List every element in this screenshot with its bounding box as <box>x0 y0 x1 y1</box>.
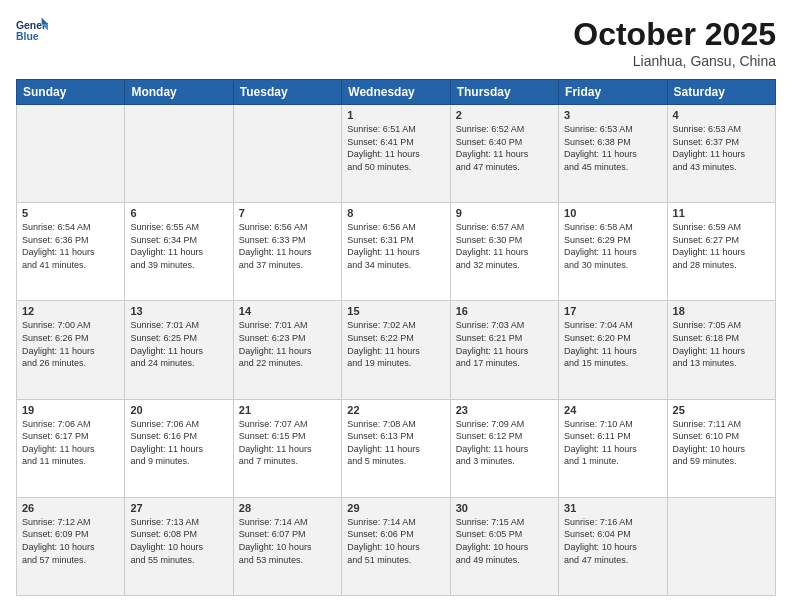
day-number: 20 <box>130 404 227 416</box>
table-cell: 22Sunrise: 7:08 AM Sunset: 6:13 PM Dayli… <box>342 399 450 497</box>
day-number: 12 <box>22 305 119 317</box>
day-number: 5 <box>22 207 119 219</box>
table-cell: 13Sunrise: 7:01 AM Sunset: 6:25 PM Dayli… <box>125 301 233 399</box>
calendar-row-1: 1Sunrise: 6:51 AM Sunset: 6:41 PM Daylig… <box>17 105 776 203</box>
day-number: 31 <box>564 502 661 514</box>
day-info: Sunrise: 6:56 AM Sunset: 6:31 PM Dayligh… <box>347 221 444 271</box>
day-number: 14 <box>239 305 336 317</box>
table-cell: 29Sunrise: 7:14 AM Sunset: 6:06 PM Dayli… <box>342 497 450 595</box>
location: Lianhua, Gansu, China <box>573 53 776 69</box>
header-sunday: Sunday <box>17 80 125 105</box>
day-number: 30 <box>456 502 553 514</box>
day-info: Sunrise: 6:59 AM Sunset: 6:27 PM Dayligh… <box>673 221 770 271</box>
calendar-row-3: 12Sunrise: 7:00 AM Sunset: 6:26 PM Dayli… <box>17 301 776 399</box>
day-info: Sunrise: 7:11 AM Sunset: 6:10 PM Dayligh… <box>673 418 770 468</box>
day-number: 1 <box>347 109 444 121</box>
table-cell <box>667 497 775 595</box>
day-number: 25 <box>673 404 770 416</box>
calendar-row-2: 5Sunrise: 6:54 AM Sunset: 6:36 PM Daylig… <box>17 203 776 301</box>
table-cell: 12Sunrise: 7:00 AM Sunset: 6:26 PM Dayli… <box>17 301 125 399</box>
svg-text:Blue: Blue <box>16 31 39 42</box>
day-info: Sunrise: 6:57 AM Sunset: 6:30 PM Dayligh… <box>456 221 553 271</box>
header-thursday: Thursday <box>450 80 558 105</box>
table-cell: 18Sunrise: 7:05 AM Sunset: 6:18 PM Dayli… <box>667 301 775 399</box>
header-wednesday: Wednesday <box>342 80 450 105</box>
day-info: Sunrise: 6:55 AM Sunset: 6:34 PM Dayligh… <box>130 221 227 271</box>
day-number: 28 <box>239 502 336 514</box>
header: General Blue October 2025 Lianhua, Gansu… <box>16 16 776 69</box>
calendar-table: Sunday Monday Tuesday Wednesday Thursday… <box>16 79 776 596</box>
day-number: 29 <box>347 502 444 514</box>
day-number: 6 <box>130 207 227 219</box>
day-info: Sunrise: 7:09 AM Sunset: 6:12 PM Dayligh… <box>456 418 553 468</box>
table-cell: 25Sunrise: 7:11 AM Sunset: 6:10 PM Dayli… <box>667 399 775 497</box>
day-number: 8 <box>347 207 444 219</box>
day-info: Sunrise: 7:14 AM Sunset: 6:07 PM Dayligh… <box>239 516 336 566</box>
table-cell: 28Sunrise: 7:14 AM Sunset: 6:07 PM Dayli… <box>233 497 341 595</box>
header-monday: Monday <box>125 80 233 105</box>
day-number: 24 <box>564 404 661 416</box>
day-info: Sunrise: 7:05 AM Sunset: 6:18 PM Dayligh… <box>673 319 770 369</box>
day-number: 7 <box>239 207 336 219</box>
day-number: 2 <box>456 109 553 121</box>
table-cell: 11Sunrise: 6:59 AM Sunset: 6:27 PM Dayli… <box>667 203 775 301</box>
day-info: Sunrise: 7:04 AM Sunset: 6:20 PM Dayligh… <box>564 319 661 369</box>
day-info: Sunrise: 7:01 AM Sunset: 6:25 PM Dayligh… <box>130 319 227 369</box>
day-number: 16 <box>456 305 553 317</box>
day-info: Sunrise: 6:56 AM Sunset: 6:33 PM Dayligh… <box>239 221 336 271</box>
day-number: 18 <box>673 305 770 317</box>
day-info: Sunrise: 7:02 AM Sunset: 6:22 PM Dayligh… <box>347 319 444 369</box>
logo: General Blue <box>16 16 48 44</box>
table-cell: 1Sunrise: 6:51 AM Sunset: 6:41 PM Daylig… <box>342 105 450 203</box>
day-number: 3 <box>564 109 661 121</box>
table-cell: 23Sunrise: 7:09 AM Sunset: 6:12 PM Dayli… <box>450 399 558 497</box>
day-info: Sunrise: 7:06 AM Sunset: 6:16 PM Dayligh… <box>130 418 227 468</box>
table-cell: 20Sunrise: 7:06 AM Sunset: 6:16 PM Dayli… <box>125 399 233 497</box>
day-info: Sunrise: 6:52 AM Sunset: 6:40 PM Dayligh… <box>456 123 553 173</box>
day-info: Sunrise: 7:03 AM Sunset: 6:21 PM Dayligh… <box>456 319 553 369</box>
day-number: 11 <box>673 207 770 219</box>
calendar-row-4: 19Sunrise: 7:06 AM Sunset: 6:17 PM Dayli… <box>17 399 776 497</box>
table-cell: 5Sunrise: 6:54 AM Sunset: 6:36 PM Daylig… <box>17 203 125 301</box>
day-number: 19 <box>22 404 119 416</box>
day-info: Sunrise: 7:16 AM Sunset: 6:04 PM Dayligh… <box>564 516 661 566</box>
table-cell: 14Sunrise: 7:01 AM Sunset: 6:23 PM Dayli… <box>233 301 341 399</box>
table-cell: 4Sunrise: 6:53 AM Sunset: 6:37 PM Daylig… <box>667 105 775 203</box>
table-cell: 17Sunrise: 7:04 AM Sunset: 6:20 PM Dayli… <box>559 301 667 399</box>
day-number: 15 <box>347 305 444 317</box>
day-info: Sunrise: 6:54 AM Sunset: 6:36 PM Dayligh… <box>22 221 119 271</box>
header-friday: Friday <box>559 80 667 105</box>
header-saturday: Saturday <box>667 80 775 105</box>
calendar-row-5: 26Sunrise: 7:12 AM Sunset: 6:09 PM Dayli… <box>17 497 776 595</box>
calendar-header-row: Sunday Monday Tuesday Wednesday Thursday… <box>17 80 776 105</box>
day-info: Sunrise: 7:06 AM Sunset: 6:17 PM Dayligh… <box>22 418 119 468</box>
table-cell: 26Sunrise: 7:12 AM Sunset: 6:09 PM Dayli… <box>17 497 125 595</box>
day-info: Sunrise: 7:01 AM Sunset: 6:23 PM Dayligh… <box>239 319 336 369</box>
table-cell: 31Sunrise: 7:16 AM Sunset: 6:04 PM Dayli… <box>559 497 667 595</box>
day-info: Sunrise: 7:00 AM Sunset: 6:26 PM Dayligh… <box>22 319 119 369</box>
day-info: Sunrise: 7:15 AM Sunset: 6:05 PM Dayligh… <box>456 516 553 566</box>
table-cell: 7Sunrise: 6:56 AM Sunset: 6:33 PM Daylig… <box>233 203 341 301</box>
table-cell: 30Sunrise: 7:15 AM Sunset: 6:05 PM Dayli… <box>450 497 558 595</box>
day-info: Sunrise: 7:07 AM Sunset: 6:15 PM Dayligh… <box>239 418 336 468</box>
day-info: Sunrise: 7:13 AM Sunset: 6:08 PM Dayligh… <box>130 516 227 566</box>
day-number: 21 <box>239 404 336 416</box>
day-info: Sunrise: 6:53 AM Sunset: 6:37 PM Dayligh… <box>673 123 770 173</box>
table-cell: 10Sunrise: 6:58 AM Sunset: 6:29 PM Dayli… <box>559 203 667 301</box>
day-info: Sunrise: 6:51 AM Sunset: 6:41 PM Dayligh… <box>347 123 444 173</box>
month-title: October 2025 <box>573 16 776 53</box>
table-cell: 16Sunrise: 7:03 AM Sunset: 6:21 PM Dayli… <box>450 301 558 399</box>
table-cell: 9Sunrise: 6:57 AM Sunset: 6:30 PM Daylig… <box>450 203 558 301</box>
day-number: 22 <box>347 404 444 416</box>
day-number: 13 <box>130 305 227 317</box>
table-cell: 15Sunrise: 7:02 AM Sunset: 6:22 PM Dayli… <box>342 301 450 399</box>
table-cell: 6Sunrise: 6:55 AM Sunset: 6:34 PM Daylig… <box>125 203 233 301</box>
day-number: 17 <box>564 305 661 317</box>
table-cell: 19Sunrise: 7:06 AM Sunset: 6:17 PM Dayli… <box>17 399 125 497</box>
header-tuesday: Tuesday <box>233 80 341 105</box>
table-cell: 3Sunrise: 6:53 AM Sunset: 6:38 PM Daylig… <box>559 105 667 203</box>
table-cell <box>17 105 125 203</box>
table-cell: 8Sunrise: 6:56 AM Sunset: 6:31 PM Daylig… <box>342 203 450 301</box>
table-cell: 24Sunrise: 7:10 AM Sunset: 6:11 PM Dayli… <box>559 399 667 497</box>
day-number: 27 <box>130 502 227 514</box>
